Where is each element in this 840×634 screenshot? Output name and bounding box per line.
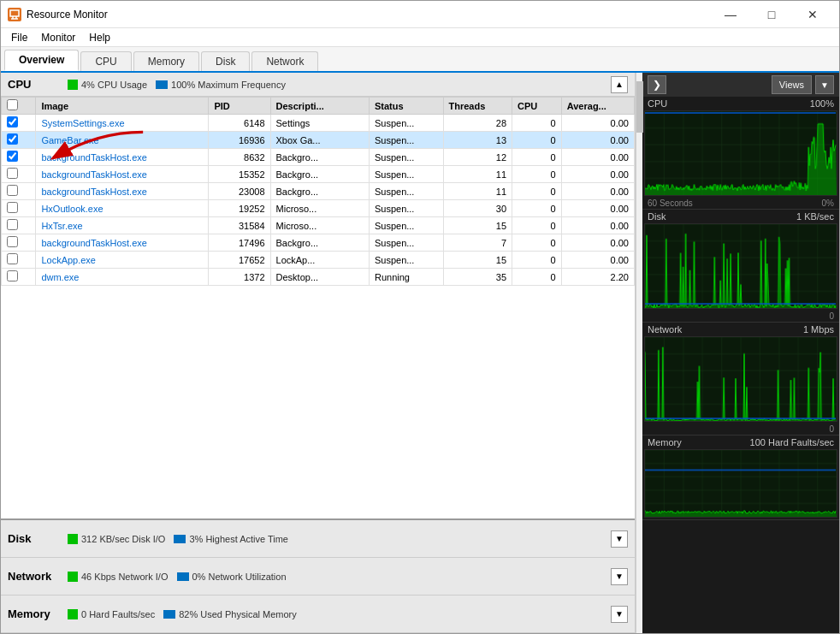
disk-collapse-button[interactable]: ▼	[611, 530, 628, 548]
menu-bar: File Monitor Help	[1, 28, 839, 47]
row-checkbox-cell[interactable]	[2, 217, 36, 234]
col-header-avg[interactable]: Averag...	[561, 98, 634, 115]
col-header-threads[interactable]: Threads	[443, 98, 512, 115]
close-button[interactable]: ✕	[793, 2, 832, 27]
network-section-header[interactable]: Network 46 Kbps Network I/O 0% Network U…	[1, 558, 635, 595]
row-checkbox[interactable]	[7, 185, 18, 196]
process-desc: Backgro...	[270, 166, 369, 183]
network-collapse-button[interactable]: ▼	[611, 568, 628, 585]
process-pid: 19252	[209, 200, 270, 217]
row-checkbox-cell[interactable]	[2, 166, 36, 183]
process-status: Suspen...	[369, 217, 443, 234]
menu-file[interactable]: File	[4, 30, 34, 45]
memory-metric2-label: 82% Used Physical Memory	[179, 609, 297, 619]
process-name: backgroundTaskHost.exe	[36, 234, 209, 252]
row-checkbox-cell[interactable]	[2, 115, 36, 132]
process-desc: Xbox Ga...	[270, 132, 369, 149]
disk-metric2: 3% Highest Active Time	[174, 534, 288, 544]
process-desc: Microso...	[270, 200, 369, 217]
row-checkbox[interactable]	[7, 253, 18, 264]
table-row[interactable]: GameBar.exe 16936 Xbox Ga... Suspen... 1…	[2, 132, 635, 149]
table-row[interactable]: SystemSettings.exe 6148 Settings Suspen.…	[2, 115, 635, 132]
memory-collapse-button[interactable]: ▼	[611, 606, 628, 623]
row-checkbox[interactable]	[7, 270, 18, 281]
cpu-metric2: 100% Maximum Frequency	[156, 80, 286, 90]
process-status: Running	[369, 269, 443, 286]
row-checkbox[interactable]	[7, 219, 18, 230]
process-avg: 0.00	[561, 149, 634, 166]
network-graph-canvas	[645, 337, 837, 421]
tab-network[interactable]: Network	[251, 51, 318, 71]
main-window: Resource Monitor — □ ✕ File Monitor Help…	[0, 0, 840, 634]
maximize-button[interactable]: □	[752, 2, 791, 27]
row-checkbox[interactable]	[7, 116, 18, 127]
views-arrow-button[interactable]: ▼	[815, 75, 834, 94]
menu-monitor[interactable]: Monitor	[34, 30, 82, 45]
table-row[interactable]: backgroundTaskHost.exe 17496 Backgro... …	[2, 234, 635, 252]
cpu-section: CPU 4% CPU Usage 100% Maximum Frequency …	[1, 73, 635, 520]
memory-section-header[interactable]: Memory 0 Hard Faults/sec 82% Used Physic…	[1, 595, 635, 633]
process-cpu: 0	[512, 149, 562, 166]
select-all-checkbox[interactable]	[7, 99, 18, 110]
disk-section-header[interactable]: Disk 312 KB/sec Disk I/O 3% Highest Acti…	[1, 520, 635, 558]
process-name: HxTsr.exe	[36, 217, 209, 234]
tab-disk[interactable]: Disk	[201, 51, 250, 71]
tab-memory[interactable]: Memory	[133, 51, 199, 71]
minimize-button[interactable]: —	[711, 2, 750, 27]
table-row[interactable]: backgroundTaskHost.exe 23008 Backgro... …	[2, 183, 635, 200]
row-checkbox-cell[interactable]	[2, 252, 36, 269]
network-graph-time: 0	[642, 424, 839, 435]
process-avg: 2.20	[561, 269, 634, 286]
table-row[interactable]: backgroundTaskHost.exe 15352 Backgro... …	[2, 166, 635, 183]
tab-overview[interactable]: Overview	[4, 50, 79, 71]
process-avg: 0.00	[561, 234, 634, 252]
memory-graph-value: 100 Hard Faults/sec	[750, 437, 834, 447]
row-checkbox[interactable]	[7, 133, 18, 145]
process-name: backgroundTaskHost.exe	[36, 166, 209, 183]
process-status: Suspen...	[369, 252, 443, 269]
row-checkbox-cell[interactable]	[2, 269, 36, 286]
table-row[interactable]: LockApp.exe 17652 LockAp... Suspen... 15…	[2, 252, 635, 269]
process-cpu: 0	[512, 132, 562, 149]
memory-metric2-icon	[163, 610, 175, 619]
views-button[interactable]: Views	[772, 75, 812, 94]
menu-help[interactable]: Help	[82, 30, 117, 45]
cpu-collapse-button[interactable]: ▲	[611, 76, 628, 93]
disk-metric1-icon	[68, 534, 78, 544]
disk-metric1: 312 KB/sec Disk I/O	[68, 534, 165, 544]
expand-button[interactable]: ❯	[648, 75, 666, 94]
col-header-image[interactable]: Image	[36, 98, 209, 115]
tab-cpu[interactable]: CPU	[80, 51, 131, 71]
col-header-desc[interactable]: Descripti...	[270, 98, 369, 115]
tab-bar: Overview CPU Memory Disk Network	[1, 47, 839, 73]
col-header-cpu[interactable]: CPU	[512, 98, 562, 115]
table-row[interactable]: HxTsr.exe 31584 Microso... Suspen... 15 …	[2, 217, 635, 234]
title-bar-left: Resource Monitor	[8, 8, 108, 21]
row-checkbox[interactable]	[7, 202, 18, 213]
process-name: backgroundTaskHost.exe	[36, 149, 209, 166]
col-header-check[interactable]	[2, 98, 36, 115]
scrollbar-thumb[interactable]	[636, 81, 643, 133]
memory-title: Memory	[8, 607, 59, 620]
row-checkbox[interactable]	[7, 151, 18, 162]
process-desc: Backgro...	[270, 183, 369, 200]
row-checkbox-cell[interactable]	[2, 149, 36, 166]
row-checkbox[interactable]	[7, 168, 18, 179]
row-checkbox-cell[interactable]	[2, 234, 36, 252]
table-row[interactable]: dwm.exe 1372 Desktop... Running 35 0 2.2…	[2, 269, 635, 286]
col-header-pid[interactable]: PID	[209, 98, 270, 115]
disk-graph-header: Disk 1 KB/sec	[642, 210, 839, 223]
table-row[interactable]: HxOutlook.exe 19252 Microso... Suspen...…	[2, 200, 635, 217]
col-header-status[interactable]: Status	[369, 98, 443, 115]
row-checkbox-cell[interactable]	[2, 183, 36, 200]
process-cpu: 0	[512, 269, 562, 286]
table-row[interactable]: backgroundTaskHost.exe 8632 Backgro... S…	[2, 149, 635, 166]
process-name: LockApp.exe	[36, 252, 209, 269]
process-pid: 17652	[209, 252, 270, 269]
row-checkbox-cell[interactable]	[2, 200, 36, 217]
cpu-section-header[interactable]: CPU 4% CPU Usage 100% Maximum Frequency …	[1, 73, 635, 97]
cpu-table-container[interactable]: Image PID Descripti... Status Threads CP…	[1, 97, 635, 518]
row-checkbox[interactable]	[7, 236, 18, 247]
network-graph-value: 1 Mbps	[803, 324, 834, 335]
row-checkbox-cell[interactable]	[2, 132, 36, 149]
